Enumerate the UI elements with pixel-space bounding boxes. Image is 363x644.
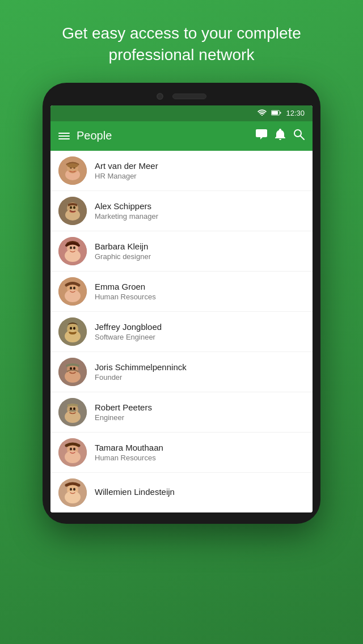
avatar-face <box>58 317 87 346</box>
person-info: Joris Schimmelpenninck Founder <box>95 362 305 382</box>
person-info: Alex Schippers Marketing manager <box>95 201 305 221</box>
avatar <box>58 398 87 426</box>
phone-device: 12:30 People <box>43 83 320 524</box>
avatar-face <box>58 277 87 306</box>
phone-camera <box>157 93 163 100</box>
avatar <box>58 478 87 507</box>
person-name: Art van der Meer <box>95 161 305 171</box>
hamburger-line-2 <box>58 135 70 137</box>
person-name: Alex Schippers <box>95 201 305 211</box>
list-item[interactable]: Barbara Kleijn Graphic designer <box>50 231 313 272</box>
app-bar-actions <box>256 129 305 143</box>
avatar-face <box>58 398 87 426</box>
svg-point-45 <box>70 447 72 450</box>
person-role: Software Engineer <box>95 333 305 341</box>
avatar-face <box>58 156 87 185</box>
avatar <box>58 438 87 467</box>
list-item[interactable]: Tamara Mouthaan Human Resources <box>50 433 313 473</box>
person-role: Founder <box>95 373 305 382</box>
bell-icon[interactable] <box>275 129 285 143</box>
svg-point-44 <box>65 451 81 463</box>
avatar <box>58 237 87 265</box>
avatar <box>58 358 87 386</box>
person-info: Emma Groen Human Resources <box>95 282 305 301</box>
svg-point-20 <box>73 246 75 249</box>
person-info: Robert Peeters Engineer <box>95 402 305 422</box>
svg-point-39 <box>70 407 72 410</box>
person-name: Jeffrey Jongbloed <box>95 322 305 332</box>
phone-top-bezel <box>50 93 313 100</box>
person-info: Willemien Lindesteijn <box>95 487 305 498</box>
svg-line-5 <box>301 136 304 139</box>
svg-point-33 <box>65 370 81 383</box>
person-info: Barbara Kleijn Graphic designer <box>95 242 305 261</box>
svg-point-15 <box>73 206 75 209</box>
svg-point-18 <box>65 249 81 262</box>
app-title: People <box>77 129 249 142</box>
list-item[interactable]: Willemien Lindesteijn <box>50 473 313 512</box>
svg-point-34 <box>70 367 72 370</box>
tagline: Get easy access to your complete profess… <box>0 0 363 83</box>
list-item[interactable]: Alex Schippers Marketing manager <box>50 191 313 231</box>
person-role: Human Resources <box>95 293 305 301</box>
avatar-face <box>58 478 87 507</box>
svg-rect-2 <box>272 111 278 115</box>
status-bar: 12:30 <box>50 105 313 121</box>
person-role: Human Resources <box>95 454 305 462</box>
menu-button[interactable] <box>58 133 70 139</box>
avatar-face <box>58 358 87 386</box>
app-bar: People <box>50 121 313 151</box>
svg-point-46 <box>73 447 75 450</box>
people-list: Art van der Meer HR Manager <box>50 151 313 512</box>
list-item[interactable]: Emma Groen Human Resources <box>50 272 313 312</box>
person-role: Marketing manager <box>95 212 305 221</box>
person-name: Emma Groen <box>95 282 305 291</box>
message-icon[interactable] <box>256 129 267 142</box>
battery-icon <box>271 109 281 117</box>
svg-point-28 <box>65 330 81 342</box>
svg-point-14 <box>70 206 72 209</box>
avatar <box>58 156 87 185</box>
wifi-icon <box>258 109 267 117</box>
list-item[interactable]: Robert Peeters Engineer <box>50 392 313 433</box>
svg-rect-3 <box>280 112 281 113</box>
avatar <box>58 197 87 225</box>
svg-point-30 <box>73 327 75 329</box>
svg-point-25 <box>73 286 75 289</box>
svg-point-29 <box>70 327 72 329</box>
person-role: Graphic designer <box>95 252 305 261</box>
svg-point-35 <box>73 367 75 370</box>
svg-point-50 <box>70 488 72 490</box>
avatar <box>58 277 87 306</box>
list-item[interactable]: Jeffrey Jongbloed Software Engineer <box>50 312 313 352</box>
person-name: Joris Schimmelpenninck <box>95 362 305 372</box>
person-info: Art van der Meer HR Manager <box>95 161 305 180</box>
svg-point-51 <box>73 488 75 490</box>
list-item[interactable]: Art van der Meer HR Manager <box>50 151 313 191</box>
svg-point-23 <box>65 290 81 302</box>
list-item[interactable]: Joris Schimmelpenninck Founder <box>50 352 313 392</box>
svg-point-0 <box>261 115 263 116</box>
avatar-face <box>58 438 87 467</box>
person-name: Robert Peeters <box>95 402 305 412</box>
person-name: Barbara Kleijn <box>95 242 305 251</box>
search-icon[interactable] <box>293 129 305 143</box>
svg-point-13 <box>65 209 80 221</box>
hamburger-line-1 <box>58 133 70 134</box>
phone-speaker <box>172 94 206 99</box>
status-time: 12:30 <box>286 109 305 117</box>
person-name: Tamara Mouthaan <box>95 443 305 452</box>
svg-point-24 <box>70 286 72 289</box>
svg-point-38 <box>65 410 81 423</box>
hamburger-line-3 <box>58 138 70 139</box>
svg-point-40 <box>73 407 75 410</box>
phone-screen: 12:30 People <box>50 105 313 512</box>
svg-point-19 <box>70 246 72 249</box>
svg-rect-41 <box>69 410 76 412</box>
avatar-face <box>58 237 87 265</box>
avatar <box>58 317 87 346</box>
person-info: Tamara Mouthaan Human Resources <box>95 443 305 462</box>
person-role: Engineer <box>95 413 305 422</box>
svg-point-49 <box>65 491 81 503</box>
svg-point-4 <box>294 130 301 137</box>
